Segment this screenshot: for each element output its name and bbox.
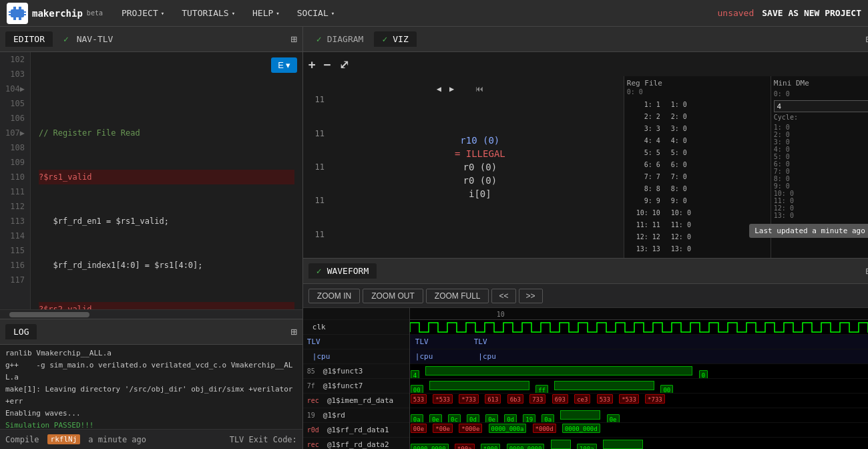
fit-viz-button[interactable]: ⤢: [339, 57, 349, 71]
wf-rf1-chip-5: *000d: [533, 424, 556, 433]
zoom-full-button[interactable]: ZOOM FULL: [426, 289, 489, 303]
wf-funct3-row: 4 0: [410, 364, 868, 379]
wf-funct7-chip-1: 00: [411, 385, 423, 394]
wf-label-cpu-group: |cpu: [303, 349, 409, 364]
nav-help[interactable]: HELP ▾: [247, 5, 285, 21]
logo-area: makerchip beta: [7, 3, 103, 24]
line-numbers: 102 103 104▶ 105 106 107▶ 108 109 110 11…: [0, 52, 31, 309]
wf-funct7-row: 00 ff 00: [410, 379, 868, 394]
tab-nav-tlv[interactable]: ✓ NAV-TLV: [55, 31, 121, 47]
svg-rect-1: [13, 7, 16, 9]
waveform-content[interactable]: clk TLV |cpu 85 @1$funct3 7f @1$funct7: [303, 308, 868, 449]
nav-fwd-button[interactable]: >>: [519, 289, 543, 303]
wf-label-clk: clk: [303, 320, 409, 335]
mini-dm-cycle-label: Cycle:: [774, 114, 868, 121]
reg-row-6: 7: 77: 0: [627, 171, 768, 183]
svg-rect-7: [9, 14, 11, 15]
code-line-107: ?$rs2_valid: [39, 302, 294, 309]
log-line-3: make[1]: Leaving directory '/src/obj_dir…: [5, 384, 297, 408]
wf-imem-chip-10: *533: [619, 394, 639, 404]
hscroll-thumb[interactable]: [9, 312, 89, 317]
reg-row-7: 8: 88: 0: [627, 183, 768, 195]
waveform-check-icon: ✓: [316, 266, 322, 276]
tab-viz[interactable]: ✓ VIZ: [374, 31, 416, 47]
wf-signals[interactable]: 10 TLV TLV: [410, 308, 868, 449]
wf-tlv-content: TLV TLV: [410, 335, 868, 349]
viz-line-3: r0 (0): [463, 162, 497, 172]
viz-content: + − ⤢ 1111111111 ◀ ▶ ⏮: [303, 52, 868, 258]
wf-tlv-row: TLV TLV: [410, 335, 868, 349]
reg-row-10: 11: 1111: 0: [627, 219, 768, 231]
editor-hscroll[interactable]: [0, 309, 302, 319]
waveform-tabs: ✓ WAVEFORM ⊞: [303, 259, 868, 284]
project-arrow-icon: ▾: [161, 10, 164, 17]
zoom-out-viz-button[interactable]: −: [324, 57, 331, 71]
waveform-expand-icon[interactable]: ⊞: [865, 265, 868, 277]
zoom-in-viz-button[interactable]: +: [308, 57, 316, 71]
viz-line-1: r10 (0): [460, 135, 499, 146]
wf-rf-rd-data2-row: 0000_0000 *00a *000 0000_0000 100a: [410, 438, 868, 449]
tab-waveform[interactable]: ✓ WAVEFORM: [308, 263, 377, 279]
zoom-out-button[interactable]: ZOOM OUT: [363, 289, 423, 303]
wf-imem-chip-11: *733: [645, 394, 665, 404]
code-line-105: $rf_rd_en1 = $rs1_valid;: [39, 214, 294, 229]
compile-label: Compile: [5, 435, 39, 444]
viz-prev-button[interactable]: ◀: [437, 84, 441, 94]
editor-expand-icon[interactable]: ⊞: [290, 33, 297, 45]
right-panel: ✓ DIAGRAM ✓ VIZ ⊞ + − ⤢: [303, 27, 868, 449]
svg-rect-3: [13, 17, 16, 20]
wf-rf2-chip-3: *000: [481, 444, 501, 449]
reg-row-8: 9: 99: 0: [627, 195, 768, 207]
wf-rf1-chip-6: 0000_000d: [562, 424, 600, 433]
viz-tabs: ✓ DIAGRAM ✓ VIZ ⊞: [303, 27, 868, 52]
reg-row-9: 10: 1010: 0: [627, 207, 768, 219]
tab-diagram[interactable]: ✓ DIAGRAM: [308, 31, 372, 47]
nav-back-button[interactable]: <<: [491, 289, 515, 303]
log-expand-icon[interactable]: ⊞: [290, 325, 297, 338]
log-line-1: ranlib Vmakerchip__ALL.a: [5, 347, 297, 359]
wf-imem-chip-4: 613: [485, 394, 501, 404]
wf-rf2-chip-1: 0000_0000: [411, 444, 449, 449]
viz-expand-icon[interactable]: ⊞: [865, 33, 868, 45]
wf-clk-row: [410, 320, 868, 335]
help-arrow-icon: ▾: [276, 10, 279, 17]
svg-rect-5: [9, 11, 11, 13]
svg-rect-6: [24, 11, 26, 13]
e-button[interactable]: E ▾: [271, 57, 297, 73]
unsaved-label: unsaved: [717, 8, 754, 18]
wf-cpu-row: |cpu |cpu: [410, 349, 868, 364]
mini-dm-input[interactable]: [774, 100, 868, 112]
wf-rd-chip-7: 19: [523, 414, 535, 423]
nav-tutorials[interactable]: TUTORIALS ▾: [176, 5, 240, 21]
wf-imem-chip-2: *533: [433, 394, 453, 404]
tutorials-arrow-icon: ▾: [232, 10, 235, 17]
viz-rewind-icon[interactable]: ⏮: [475, 84, 483, 94]
reg-row-5: 6: 66: 0: [627, 159, 768, 171]
svg-rect-0: [11, 9, 24, 17]
wf-imem-chip-8: ce3: [574, 394, 590, 404]
viz-controls: + − ⤢: [308, 57, 349, 71]
code-area[interactable]: // Register File Read ?$rs1_valid $rf_rd…: [31, 52, 302, 309]
zoom-in-button[interactable]: ZOOM IN: [308, 289, 360, 303]
reg-row-12: 13: 1313: 0: [627, 243, 768, 255]
wf-rf2-chip-4: 0000_0000: [507, 444, 545, 449]
wf-funct7-chip-3: 00: [660, 385, 673, 394]
reg-row-3: 4: 44: 0: [627, 135, 768, 147]
nav-project[interactable]: PROJECT ▾: [116, 5, 170, 21]
code-line-104: ?$rs1_valid: [39, 170, 294, 184]
save-button[interactable]: SAVE AS NEW PROJECT: [762, 8, 861, 18]
compile-id: rkflNj: [47, 434, 81, 444]
wf-timeline-spacer: [303, 308, 409, 320]
tab-editor[interactable]: EDITOR: [5, 31, 53, 47]
code-line-106: $rf_rd_index1[4:0] = $rs1[4:0];: [39, 258, 294, 273]
waveform-controls: ZOOM IN ZOOM OUT ZOOM FULL << >>: [303, 284, 868, 308]
nav-social[interactable]: SOCIAL ▾: [292, 5, 340, 21]
wf-rf2-chip-2: *00a: [455, 444, 475, 449]
reg-rows-container: 1: 11: 02: 22: 03: 33: 04: 44: 05: 55: 0…: [627, 99, 768, 255]
reg-row-2: 3: 33: 0: [627, 123, 768, 135]
mini-dm-sub: 0: 0: [774, 90, 868, 98]
viz-next-button[interactable]: ▶: [449, 84, 454, 94]
tab-log[interactable]: LOG: [5, 324, 37, 339]
log-line-5: Simulation PASSED!!!: [5, 420, 297, 429]
editor-tabs: EDITOR ✓ NAV-TLV ⊞: [0, 27, 302, 52]
